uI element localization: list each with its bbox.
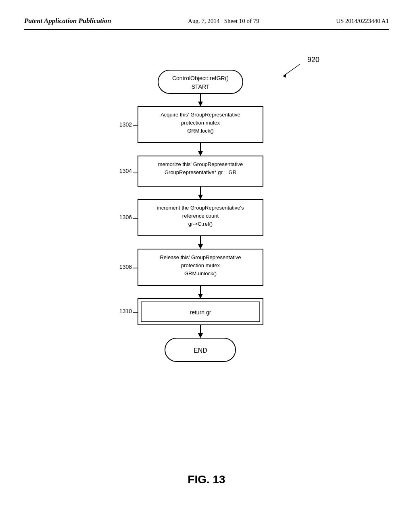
figure-label: FIG. 13: [188, 473, 225, 486]
flowchart-svg: 920 ControlObject::refGR() START Acquire…: [69, 42, 344, 465]
label-1302: 1302: [119, 121, 132, 128]
svg-text:Release this' GroupRepresentat: Release this' GroupRepresentative: [160, 254, 241, 260]
header-patent-number: US 2014/0223440 A1: [336, 16, 389, 26]
start-text-line1: ControlObject::refGR(): [172, 75, 229, 81]
svg-text:GRM.unlock(): GRM.unlock(): [184, 270, 217, 276]
start-text-line2: START: [192, 83, 210, 90]
label-1304: 1304: [119, 168, 132, 174]
svg-text:protection mutex: protection mutex: [181, 262, 220, 268]
svg-text:memorize this' GroupRepresenta: memorize this' GroupRepresentative: [158, 161, 243, 167]
svg-text:protection mutex: protection mutex: [181, 120, 220, 126]
svg-text:GroupRepresentative* gr = GR: GroupRepresentative* gr = GR: [165, 169, 236, 175]
svg-text:GRM.lock(): GRM.lock(): [187, 128, 214, 134]
header: Patent Application Publication Aug. 7, 2…: [24, 16, 389, 30]
diagram-ref: 920: [307, 56, 319, 64]
header-sheet: Sheet 10 of 79: [224, 18, 259, 24]
header-date-sheet: Aug. 7, 2014 Sheet 10 of 79: [188, 16, 259, 26]
svg-marker-29: [198, 333, 203, 338]
diagram-area: 920 ControlObject::refGR() START Acquire…: [24, 42, 389, 486]
svg-marker-9: [198, 151, 203, 156]
svg-marker-20: [198, 244, 203, 249]
header-date: Aug. 7, 2014: [188, 18, 219, 24]
header-publication-label: Patent Application Publication: [24, 16, 111, 26]
svg-text:gr->C.ref(): gr->C.ref(): [188, 221, 213, 227]
svg-text:Acquire this' GroupRepresentat: Acquire this' GroupRepresentative: [161, 112, 240, 118]
end-text: END: [194, 347, 207, 354]
start-shape: [158, 70, 243, 94]
page: Patent Application Publication Aug. 7, 2…: [0, 0, 413, 532]
svg-text:reference count: reference count: [182, 213, 219, 219]
label-1306: 1306: [119, 214, 132, 220]
label-1308: 1308: [119, 264, 132, 270]
svg-marker-26: [198, 294, 203, 299]
svg-marker-3: [198, 102, 203, 106]
svg-marker-14: [198, 195, 203, 200]
svg-text:increment the GroupRepresentat: increment the GroupRepresentative's: [157, 205, 244, 211]
box-1310-text: return gr: [190, 309, 211, 316]
label-1310: 1310: [119, 308, 132, 314]
